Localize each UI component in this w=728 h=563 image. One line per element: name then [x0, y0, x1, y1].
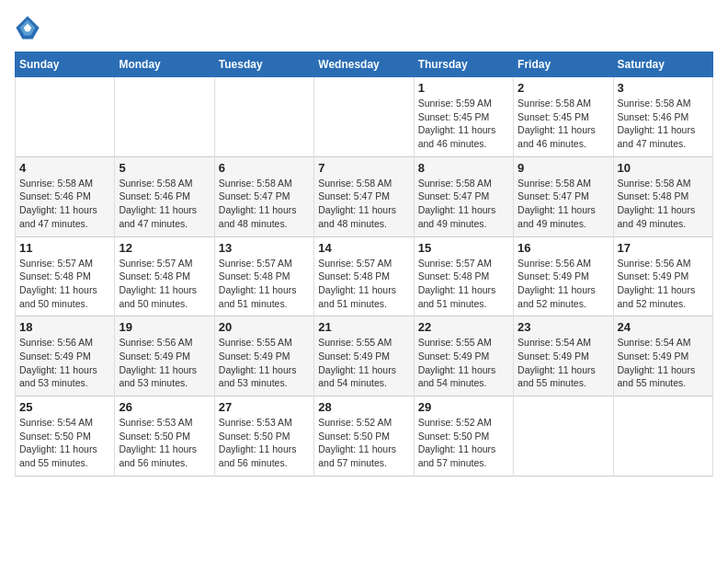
day-info: Sunrise: 5:55 AM Sunset: 5:49 PM Dayligh…: [418, 336, 509, 390]
page-header: [15, 15, 713, 40]
day-info: Sunrise: 5:58 AM Sunset: 5:45 PM Dayligh…: [518, 97, 609, 151]
day-number: 12: [119, 241, 210, 255]
day-number: 9: [518, 161, 609, 175]
day-info: Sunrise: 5:57 AM Sunset: 5:48 PM Dayligh…: [119, 257, 210, 311]
calendar-cell: 1Sunrise: 5:59 AM Sunset: 5:45 PM Daylig…: [414, 77, 513, 157]
calendar-cell: 29Sunrise: 5:52 AM Sunset: 5:50 PM Dayli…: [414, 396, 513, 477]
day-info: Sunrise: 5:58 AM Sunset: 5:48 PM Dayligh…: [618, 177, 709, 231]
col-header-friday: Friday: [514, 52, 613, 77]
day-number: 28: [318, 400, 409, 414]
calendar-cell: 24Sunrise: 5:54 AM Sunset: 5:49 PM Dayli…: [613, 316, 712, 396]
day-info: Sunrise: 5:58 AM Sunset: 5:47 PM Dayligh…: [518, 177, 609, 231]
day-info: Sunrise: 5:54 AM Sunset: 5:49 PM Dayligh…: [518, 336, 609, 390]
day-info: Sunrise: 5:57 AM Sunset: 5:48 PM Dayligh…: [219, 257, 310, 311]
day-number: 10: [618, 161, 709, 175]
calendar-cell: 17Sunrise: 5:56 AM Sunset: 5:49 PM Dayli…: [613, 236, 712, 316]
calendar-cell: 16Sunrise: 5:56 AM Sunset: 5:49 PM Dayli…: [514, 236, 613, 316]
calendar-cell: [214, 77, 313, 157]
day-info: Sunrise: 5:56 AM Sunset: 5:49 PM Dayligh…: [618, 257, 709, 311]
day-number: 5: [119, 161, 210, 175]
day-number: 23: [518, 320, 609, 334]
day-number: 20: [219, 320, 310, 334]
day-number: 19: [119, 320, 210, 334]
calendar-cell: 6Sunrise: 5:58 AM Sunset: 5:47 PM Daylig…: [214, 156, 313, 236]
calendar-cell: 21Sunrise: 5:55 AM Sunset: 5:49 PM Dayli…: [314, 316, 414, 396]
calendar-table: SundayMondayTuesdayWednesdayThursdayFrid…: [15, 52, 713, 477]
calendar-cell: 27Sunrise: 5:53 AM Sunset: 5:50 PM Dayli…: [214, 396, 313, 477]
day-number: 25: [19, 400, 110, 414]
calendar-cell: 12Sunrise: 5:57 AM Sunset: 5:48 PM Dayli…: [115, 236, 214, 316]
calendar-cell: 28Sunrise: 5:52 AM Sunset: 5:50 PM Dayli…: [314, 396, 414, 477]
day-number: 22: [418, 320, 509, 334]
calendar-cell: 3Sunrise: 5:58 AM Sunset: 5:46 PM Daylig…: [613, 77, 712, 157]
day-info: Sunrise: 5:58 AM Sunset: 5:47 PM Dayligh…: [219, 177, 310, 231]
day-number: 14: [318, 241, 409, 255]
calendar-cell: 26Sunrise: 5:53 AM Sunset: 5:50 PM Dayli…: [115, 396, 214, 477]
day-info: Sunrise: 5:52 AM Sunset: 5:50 PM Dayligh…: [418, 416, 509, 470]
day-info: Sunrise: 5:59 AM Sunset: 5:45 PM Dayligh…: [418, 97, 509, 151]
day-number: 29: [418, 400, 509, 414]
logo-icon: [15, 15, 40, 40]
calendar-cell: 20Sunrise: 5:55 AM Sunset: 5:49 PM Dayli…: [214, 316, 313, 396]
calendar-cell: 13Sunrise: 5:57 AM Sunset: 5:48 PM Dayli…: [214, 236, 313, 316]
day-info: Sunrise: 5:52 AM Sunset: 5:50 PM Dayligh…: [318, 416, 409, 470]
calendar-cell: 14Sunrise: 5:57 AM Sunset: 5:48 PM Dayli…: [314, 236, 414, 316]
day-info: Sunrise: 5:55 AM Sunset: 5:49 PM Dayligh…: [219, 336, 310, 390]
day-number: 8: [418, 161, 509, 175]
calendar-cell: 22Sunrise: 5:55 AM Sunset: 5:49 PM Dayli…: [414, 316, 513, 396]
day-info: Sunrise: 5:56 AM Sunset: 5:49 PM Dayligh…: [119, 336, 210, 390]
calendar-cell: 7Sunrise: 5:58 AM Sunset: 5:47 PM Daylig…: [314, 156, 414, 236]
calendar-cell: 10Sunrise: 5:58 AM Sunset: 5:48 PM Dayli…: [613, 156, 712, 236]
day-info: Sunrise: 5:58 AM Sunset: 5:46 PM Dayligh…: [618, 97, 709, 151]
day-number: 15: [418, 241, 509, 255]
day-info: Sunrise: 5:58 AM Sunset: 5:46 PM Dayligh…: [19, 177, 110, 231]
day-info: Sunrise: 5:53 AM Sunset: 5:50 PM Dayligh…: [219, 416, 310, 470]
day-info: Sunrise: 5:56 AM Sunset: 5:49 PM Dayligh…: [19, 336, 110, 390]
day-info: Sunrise: 5:53 AM Sunset: 5:50 PM Dayligh…: [119, 416, 210, 470]
day-number: 6: [219, 161, 310, 175]
calendar-cell: 25Sunrise: 5:54 AM Sunset: 5:50 PM Dayli…: [16, 396, 115, 477]
calendar-cell: 23Sunrise: 5:54 AM Sunset: 5:49 PM Dayli…: [514, 316, 613, 396]
calendar-cell: [115, 77, 214, 157]
day-number: 26: [119, 400, 210, 414]
week-row-5: 25Sunrise: 5:54 AM Sunset: 5:50 PM Dayli…: [16, 396, 713, 477]
calendar-header-row: SundayMondayTuesdayWednesdayThursdayFrid…: [16, 52, 713, 77]
col-header-wednesday: Wednesday: [314, 52, 414, 77]
col-header-tuesday: Tuesday: [214, 52, 313, 77]
day-info: Sunrise: 5:55 AM Sunset: 5:49 PM Dayligh…: [318, 336, 409, 390]
calendar-cell: 8Sunrise: 5:58 AM Sunset: 5:47 PM Daylig…: [414, 156, 513, 236]
day-info: Sunrise: 5:57 AM Sunset: 5:48 PM Dayligh…: [318, 257, 409, 311]
logo: [15, 15, 44, 40]
day-number: 2: [518, 81, 609, 95]
calendar-cell: [613, 396, 712, 477]
day-info: Sunrise: 5:57 AM Sunset: 5:48 PM Dayligh…: [418, 257, 509, 311]
calendar-cell: 4Sunrise: 5:58 AM Sunset: 5:46 PM Daylig…: [16, 156, 115, 236]
day-number: 24: [618, 320, 709, 334]
week-row-1: 1Sunrise: 5:59 AM Sunset: 5:45 PM Daylig…: [16, 77, 713, 157]
day-info: Sunrise: 5:57 AM Sunset: 5:48 PM Dayligh…: [19, 257, 110, 311]
day-number: 3: [618, 81, 709, 95]
day-number: 13: [219, 241, 310, 255]
calendar-cell: 2Sunrise: 5:58 AM Sunset: 5:45 PM Daylig…: [514, 77, 613, 157]
day-number: 16: [518, 241, 609, 255]
calendar-cell: 19Sunrise: 5:56 AM Sunset: 5:49 PM Dayli…: [115, 316, 214, 396]
day-number: 1: [418, 81, 509, 95]
calendar-cell: 18Sunrise: 5:56 AM Sunset: 5:49 PM Dayli…: [16, 316, 115, 396]
day-number: 7: [318, 161, 409, 175]
day-number: 11: [19, 241, 110, 255]
day-number: 21: [318, 320, 409, 334]
day-info: Sunrise: 5:56 AM Sunset: 5:49 PM Dayligh…: [518, 257, 609, 311]
day-number: 27: [219, 400, 310, 414]
week-row-4: 18Sunrise: 5:56 AM Sunset: 5:49 PM Dayli…: [16, 316, 713, 396]
calendar-cell: 15Sunrise: 5:57 AM Sunset: 5:48 PM Dayli…: [414, 236, 513, 316]
calendar-cell: 5Sunrise: 5:58 AM Sunset: 5:46 PM Daylig…: [115, 156, 214, 236]
day-number: 17: [618, 241, 709, 255]
day-info: Sunrise: 5:54 AM Sunset: 5:49 PM Dayligh…: [618, 336, 709, 390]
week-row-3: 11Sunrise: 5:57 AM Sunset: 5:48 PM Dayli…: [16, 236, 713, 316]
week-row-2: 4Sunrise: 5:58 AM Sunset: 5:46 PM Daylig…: [16, 156, 713, 236]
day-info: Sunrise: 5:58 AM Sunset: 5:46 PM Dayligh…: [119, 177, 210, 231]
col-header-monday: Monday: [115, 52, 214, 77]
col-header-thursday: Thursday: [414, 52, 513, 77]
day-number: 4: [19, 161, 110, 175]
day-info: Sunrise: 5:58 AM Sunset: 5:47 PM Dayligh…: [418, 177, 509, 231]
